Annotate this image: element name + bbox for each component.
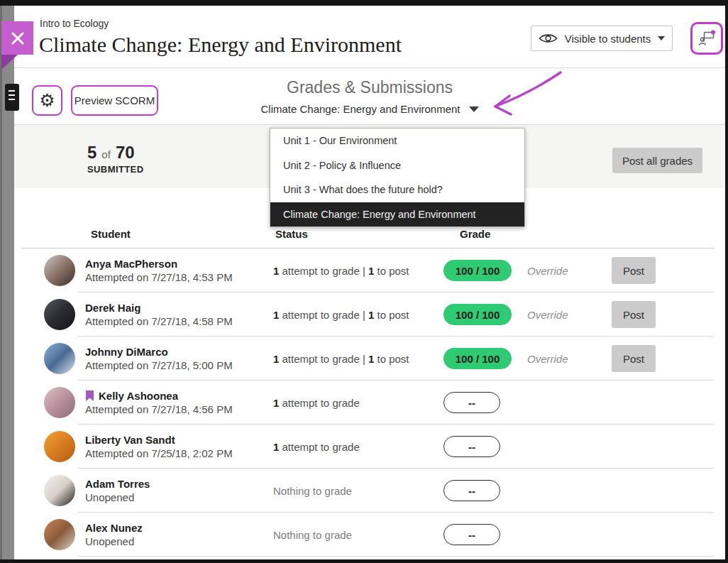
total-count: 70 — [116, 143, 135, 163]
attempt-info: Unopened — [85, 491, 273, 503]
grade-pill[interactable]: 100 / 100 — [443, 304, 512, 325]
override-label: Override — [527, 353, 568, 365]
student-name: Anya MacPherson — [85, 258, 177, 270]
content-menu: Unit 1 - Our EnvironmentUnit 2 - Policy … — [270, 128, 525, 227]
student-name: Johnny DiMarco — [85, 346, 168, 358]
avatar — [44, 431, 75, 462]
column-header-status: Status — [275, 228, 460, 240]
submission-stats: 5 of 70 SUBMITTED — [87, 143, 143, 175]
post-button[interactable]: Post — [612, 257, 656, 284]
grade-pill[interactable]: 100 / 100 — [443, 260, 512, 281]
grades-table: Student Status Grade Anya MacPherson Att… — [14, 188, 725, 557]
post-button[interactable]: Post — [612, 301, 656, 328]
student-name: Alex Nunez — [85, 522, 143, 534]
post-all-grades-button[interactable]: Post all grades — [612, 148, 702, 173]
status-text: 1 attempt to grade | 1 to post — [273, 309, 443, 321]
visibility-dropdown[interactable]: Visible to students — [531, 26, 673, 51]
ribbon-fold — [1, 55, 18, 70]
page-title: Climate Change: Energy and Environment — [39, 33, 402, 57]
submitted-count: 5 — [87, 143, 96, 163]
attempt-info: Attempted on 7/27/18, 4:53 PM — [85, 271, 273, 283]
table-row[interactable]: Kelly Ashoonea Attempted on 7/27/18, 4:5… — [14, 381, 725, 425]
status-text: 1 attempt to grade | 1 to post — [273, 353, 443, 365]
dropdown-caret-icon — [469, 106, 479, 112]
student-name: Adam Torres — [85, 478, 150, 490]
status-text: Nothing to grade — [273, 485, 443, 497]
attempt-info: Attempted on 7/27/18, 4:56 PM — [85, 403, 273, 415]
grade-pill[interactable]: -- — [443, 436, 500, 457]
app-window: Intro to Ecology Climate Change: Energy … — [0, 0, 728, 563]
toolbar: ⚙ Preview SCORM Grades & Submissions Cli… — [14, 68, 725, 125]
avatar — [44, 475, 75, 506]
menu-item[interactable]: Unit 2 - Policy & Influence — [270, 153, 524, 178]
section-title: Grades & Submissions — [14, 78, 725, 97]
of-label: of — [101, 148, 111, 160]
table-row[interactable]: Anya MacPherson Attempted on 7/27/18, 4:… — [14, 248, 725, 293]
override-label: Override — [527, 265, 568, 277]
submitted-label: SUBMITTED — [87, 164, 143, 175]
table-row[interactable]: Alex Nunez Unopened Nothing to grade -- — [14, 513, 725, 557]
close-panel-button[interactable] — [1, 21, 33, 55]
post-button[interactable]: Post — [612, 345, 656, 372]
grade-pill[interactable]: -- — [443, 524, 500, 545]
student-preview-button[interactable] — [690, 22, 723, 55]
menu-item[interactable]: Unit 1 - Our Environment — [270, 129, 524, 153]
attempt-info: Attempted on 7/27/18, 5:00 PM — [85, 359, 273, 371]
attempt-info: Attempted on 7/25/18, 2:02 PM — [85, 447, 273, 459]
content-selector-value: Climate Change: Energy and Environment — [261, 103, 460, 115]
attempt-info: Attempted on 7/27/18, 4:58 PM — [85, 315, 273, 327]
person-flag-icon — [697, 29, 716, 48]
breadcrumb: Intro to Ecology — [40, 18, 109, 29]
status-text: 1 attempt to grade — [273, 397, 443, 409]
content-selector[interactable]: Climate Change: Energy and Environment — [261, 103, 479, 115]
main-panel: Intro to Ecology Climate Change: Energy … — [14, 6, 725, 559]
eye-icon — [539, 33, 558, 44]
column-header-grade: Grade — [460, 228, 602, 240]
menu-item[interactable]: Unit 3 - What does the future hold? — [270, 177, 524, 202]
status-text: 1 attempt to grade | 1 to post — [273, 265, 443, 277]
grade-pill[interactable]: -- — [443, 392, 500, 413]
student-name: Liberty Van Sandt — [85, 434, 175, 446]
visibility-label: Visible to students — [565, 33, 651, 45]
status-text: 1 attempt to grade — [273, 441, 443, 453]
hamburger-menu-button[interactable] — [5, 84, 19, 111]
avatar — [44, 299, 75, 330]
avatar — [44, 519, 75, 550]
avatar — [44, 343, 75, 374]
table-row[interactable]: Johnny DiMarco Attempted on 7/27/18, 5:0… — [14, 337, 725, 381]
attempt-info: Unopened — [85, 535, 273, 547]
grade-pill[interactable]: -- — [443, 480, 500, 501]
page-header: Intro to Ecology Climate Change: Energy … — [14, 6, 725, 68]
column-header-student: Student — [91, 228, 275, 240]
student-table-body: Anya MacPherson Attempted on 7/27/18, 4:… — [14, 248, 725, 557]
table-row[interactable]: Derek Haig Attempted on 7/27/18, 4:58 PM… — [14, 293, 725, 337]
table-row[interactable]: Adam Torres Unopened Nothing to grade -- — [14, 469, 725, 513]
grade-pill[interactable]: 100 / 100 — [443, 348, 512, 369]
menu-item[interactable]: Climate Change: Energy and Environment — [270, 202, 524, 227]
status-text: Nothing to grade — [273, 529, 443, 541]
avatar — [44, 255, 75, 286]
bookmark-flag-icon — [85, 390, 94, 402]
table-row[interactable]: Liberty Van Sandt Attempted on 7/25/18, … — [14, 425, 725, 469]
student-name: Kelly Ashoonea — [99, 390, 178, 402]
chevron-down-icon — [658, 36, 665, 40]
student-name: Derek Haig — [85, 302, 140, 314]
avatar — [44, 387, 75, 418]
override-label: Override — [527, 309, 568, 321]
close-icon — [11, 31, 25, 45]
